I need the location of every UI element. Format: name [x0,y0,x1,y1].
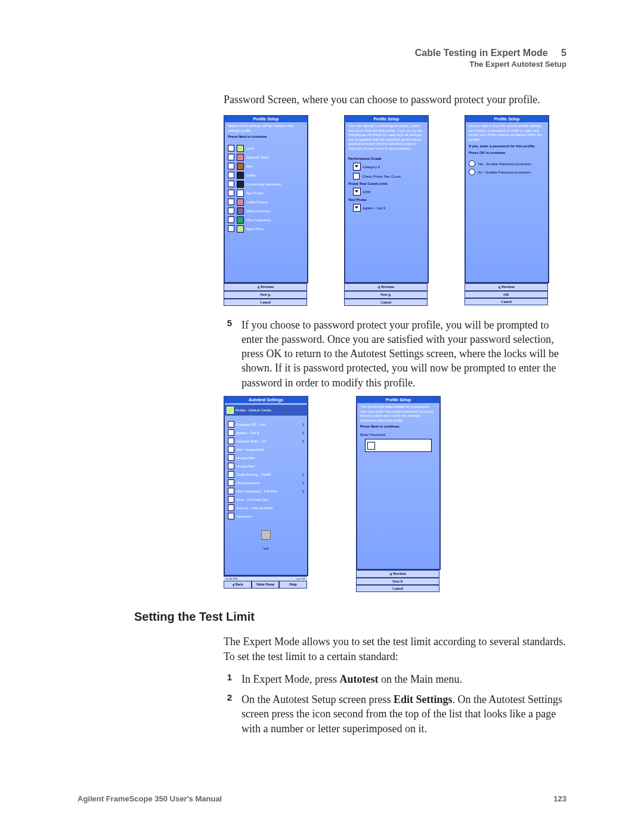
row-label: Network Tests : On [236,439,267,443]
step-5: 5 If you choose to password protect your… [224,318,566,390]
panel-hint: Do you wish to lock the current profile … [469,124,545,142]
previous-button[interactable]: Previous [356,570,439,578]
row-icon [228,454,234,461]
checkbox-icon[interactable] [228,225,234,232]
radio-yes[interactable]: Yes - Enable Password protection [469,160,545,167]
measure-icon [237,208,244,215]
help-button[interactable]: Help [279,581,307,589]
network-icon [237,154,244,161]
step-2: 2 On the Autotest Setup screen press Edi… [224,692,566,736]
row-label: Agilent - Cat 6 [236,431,259,435]
settings-row[interactable]: Agilent - Cat 61 [228,429,304,436]
panel-title: Profile Setup [357,397,440,403]
row-icon [228,479,234,486]
cancel-button[interactable]: Cancel [224,299,307,306]
radio-no[interactable]: No - Disable Password protection [469,169,545,175]
checkbox-icon[interactable] [228,199,234,205]
panel-title: Profile Setup [465,116,549,122]
next-button[interactable]: Next [356,578,439,586]
row-icon [228,504,234,511]
panel-title: Profile Setup [224,116,308,122]
settings-row[interactable]: Category 5E : Link1 [228,421,304,428]
settings-row[interactable]: Site : Unspecified [228,446,304,453]
panel-hint-2: Press Next to continue. [228,135,304,140]
chevron-down-icon [353,188,361,196]
checkbox-icon[interactable] [228,163,234,169]
panel-hint: You may specify a performance grade, pro… [345,122,428,153]
chevron-down-icon [353,204,361,212]
row-icon [228,496,234,503]
checkbox-icon [353,173,360,179]
row-label: Unspecified [236,465,255,468]
next-button[interactable]: Next [224,291,307,299]
section-label: Test Probe [348,198,425,202]
checkbox-icon[interactable] [228,208,234,214]
autotest-settings-panel: Autotest Settings Profile : Default Cert… [224,396,308,592]
settings-row[interactable]: Max Frequency : 100 MHz1 [228,488,304,494]
panel-title: Autotest Settings [224,397,308,403]
panel-title: Profile Setup [345,116,428,122]
probe-icon [237,190,244,197]
panel-hint-3: Press OK to continue. [469,151,545,156]
settings-row[interactable]: Measurements1 [228,479,304,486]
settings-row[interactable]: Save : Full Data Set [228,496,304,503]
pairing-icon [237,199,244,206]
password-field[interactable] [365,439,432,452]
cancel-button[interactable]: Cancel [356,585,439,592]
password-entry-panel: Profile Setup This profile has been lock… [356,396,441,592]
step-number: 1 [224,672,232,686]
page-footer: Agilent FrameScope 350 User's Manual 123 [78,794,566,803]
profile-header[interactable]: Profile : Default Certify [224,405,308,416]
step-1: 1 In Expert Mode, press Autotest on the … [224,672,566,686]
chapter-title: Cable Testing in Expert Mode [415,48,548,58]
checkbox-icon[interactable] [228,216,234,223]
profile-setup-panel-3: Profile Setup Do you wish to lock the cu… [465,115,549,305]
row-icon [228,438,234,444]
settings-row[interactable]: Cable Pairing : T568B1 [228,471,304,478]
field-label: Enter Password [360,433,436,436]
settings-row[interactable]: Save to : Internal Flash [228,504,304,511]
settings-row[interactable]: Network Tests : On1 [228,438,304,444]
hardware-icon [237,181,244,188]
previous-button[interactable]: Previous [465,283,548,291]
checkbox-icon[interactable] [228,172,234,178]
ok-button[interactable]: OK [465,291,548,298]
settings-row[interactable]: Unspecified [228,463,304,469]
row-label: Site : Unspecified [236,448,264,451]
check-probe-count[interactable]: Check Probe Test Count [353,173,425,179]
radio-icon [469,169,475,175]
row-label: Category 5E : Link [236,423,265,426]
row-icon [228,421,234,428]
row-icon [228,429,234,436]
lock-row [224,523,308,547]
grade-dropdown[interactable]: Category 6 [353,163,425,171]
checkbox-icon[interactable] [228,154,234,160]
previous-button[interactable]: Previous [224,283,307,291]
back-button[interactable]: Back [224,581,252,589]
checkbox-icon[interactable] [228,145,234,151]
site-icon [237,163,244,170]
cancel-button[interactable]: Cancel [465,298,548,305]
row-label: Unspecified [236,456,255,460]
main-menu-button[interactable]: Main Menu [252,581,280,589]
checkbox-icon[interactable] [228,190,234,196]
settings-row[interactable]: Unspecified [228,454,304,461]
profile-icon [227,407,234,414]
next-button[interactable]: Next [344,291,428,299]
panel-hint: Select which settings will be locked in … [228,124,304,133]
previous-button[interactable]: Previous [344,283,428,291]
settings-row[interactable]: Operators [228,513,304,519]
cancel-button[interactable]: Cancel [344,299,428,306]
page-icon [237,145,244,152]
footer-left: Agilent FrameScope 350 User's Manual [78,794,222,803]
radio-icon [469,160,475,167]
save-icon [237,225,244,233]
row-indicator: 1 [302,473,304,476]
row-label: Save to : Internal Flash [236,506,273,510]
probe-dropdown[interactable]: Agilent - Cat 6 [353,204,425,212]
count-dropdown[interactable]: 1000 [353,188,425,196]
intro-text: Password Screen, where you can choose to… [224,92,566,107]
checkbox-icon[interactable] [228,181,234,187]
cable-icon [237,172,244,179]
section-intro: The Expert Mode allows you to set the te… [224,634,566,664]
